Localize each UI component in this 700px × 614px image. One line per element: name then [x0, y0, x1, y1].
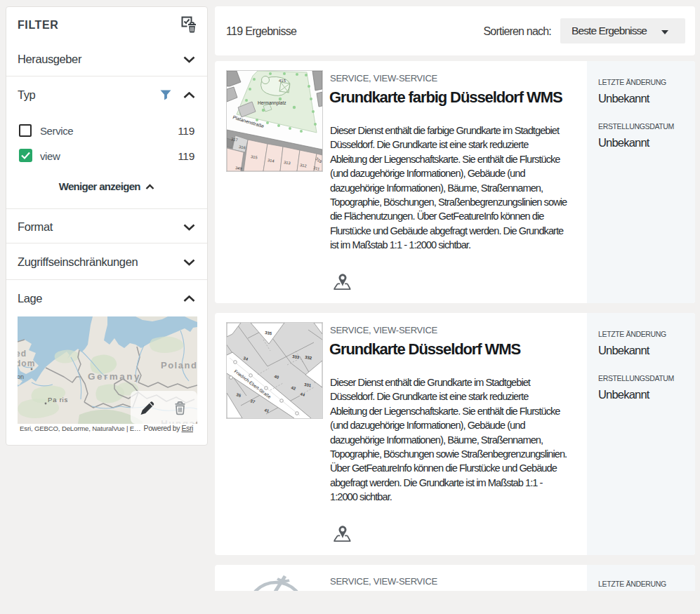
svg-text:415: 415	[279, 79, 286, 83]
svg-text:dom: dom	[18, 359, 35, 368]
svg-text:ed: ed	[18, 349, 27, 359]
svg-text:Hermannplatz: Hermannplatz	[258, 100, 286, 106]
svg-text:Pa ris: Pa ris	[48, 396, 68, 403]
svg-text:Poland: Poland	[161, 360, 197, 371]
svg-text:Germany: Germany	[88, 371, 141, 382]
svg-text:on: on	[18, 373, 24, 380]
